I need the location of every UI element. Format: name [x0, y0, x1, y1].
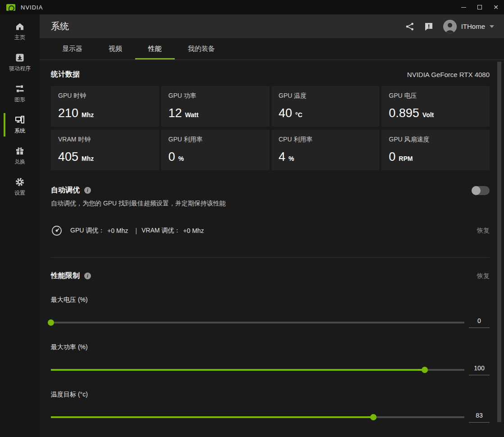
slider-fill [51, 416, 373, 418]
stat-label: GPU 温度 [279, 92, 372, 100]
stat-card-gpu-util: GPU 利用率 0% [161, 130, 269, 170]
gift-icon [15, 146, 25, 156]
stat-value: 0.895 [389, 106, 419, 120]
info-icon[interactable]: i [84, 273, 91, 279]
sidebar-item-graphics[interactable]: 图形 [0, 81, 40, 106]
gpu-tune-value: +0 Mhz [107, 227, 128, 234]
slider-track[interactable] [51, 416, 464, 418]
max-power-value[interactable]: 100 [469, 364, 490, 375]
slider-fill [51, 369, 425, 371]
slider-track[interactable] [51, 369, 464, 371]
performance-limits-restore-button[interactable]: 恢复 [477, 272, 490, 280]
sidebar-item-home[interactable]: 主页 [0, 19, 40, 44]
section-divider [51, 257, 490, 258]
stat-value: 0 [168, 150, 175, 164]
sidebar-item-label: 兑换 [14, 158, 25, 166]
stats-section-title: 统计数据 [51, 70, 80, 79]
tab-label: 我的装备 [188, 45, 215, 53]
info-icon[interactable]: i [84, 187, 91, 194]
stat-label: GPU 风扇速度 [389, 136, 482, 144]
sidebar-item-label: 主页 [14, 34, 25, 41]
auto-tune-toggle[interactable] [472, 186, 490, 195]
maximize-icon [477, 5, 482, 9]
max-voltage-value[interactable]: 0 [469, 317, 490, 328]
sidebar-item-system[interactable]: 系统 [0, 112, 40, 137]
stat-value: 210 [58, 106, 78, 120]
sidebar-item-redeem[interactable]: 兑换 [0, 143, 40, 168]
main-area: 系统 ITHome 显示器 视频 性能 [40, 14, 504, 437]
stat-unit: Mhz [82, 111, 94, 118]
stat-value: 0 [389, 150, 395, 164]
gauge-icon [51, 225, 63, 237]
auto-tune-title: 自动调优 [51, 186, 80, 195]
sidebar-item-drivers[interactable]: 驱动程序 [0, 50, 40, 75]
stat-label: CPU 利用率 [279, 136, 372, 144]
tab-label: 显示器 [62, 45, 82, 53]
stats-cards: GPU 时钟 210Mhz GPU 功率 12Watt GPU 温度 40°C … [51, 86, 490, 170]
auto-tune-section: 自动调优 i 自动调优，为您的 GPU 找到最佳超频设置，并定期保持该性能 GP… [51, 186, 490, 237]
stat-card-gpu-voltage: GPU 电压 0.895Volt [381, 86, 490, 127]
stat-label: VRAM 时钟 [58, 136, 152, 144]
page-title: 系统 [51, 20, 69, 32]
stat-label: GPU 功率 [168, 92, 262, 100]
system-icon [15, 115, 25, 125]
tab-label: 视频 [109, 45, 122, 53]
stat-unit: % [178, 155, 184, 162]
sidebar-item-settings[interactable]: 设置 [0, 174, 40, 200]
max-voltage-slider: 0 [51, 317, 490, 328]
stat-card-cpu-util: CPU 利用率 4% [272, 130, 380, 170]
stat-value: 40 [279, 106, 292, 120]
slider-track[interactable] [51, 322, 464, 323]
tab-performance[interactable]: 性能 [135, 38, 175, 59]
stat-card-gpu-fan: GPU 风扇速度 0RPM [381, 130, 490, 170]
tab-my-rig[interactable]: 我的装备 [175, 38, 228, 59]
sidebar: 主页 驱动程序 图形 系统 兑换 [0, 14, 40, 437]
slider-thumb[interactable] [370, 414, 377, 420]
sidebar-item-label: 图形 [14, 96, 25, 104]
sidebar-item-label: 系统 [14, 127, 25, 135]
tab-label: 性能 [148, 45, 162, 53]
feedback-icon[interactable] [424, 22, 433, 31]
home-icon [15, 22, 25, 32]
max-power-label: 最大功率 (%) [51, 343, 490, 351]
stat-unit: RPM [399, 155, 413, 162]
nvidia-logo-icon [6, 4, 15, 11]
user-menu[interactable]: ITHome [443, 20, 494, 33]
sidebar-item-label: 驱动程序 [9, 65, 31, 73]
tune-separator: | [136, 227, 137, 234]
max-voltage-label: 最大电压 (%) [51, 296, 490, 304]
slider-thumb[interactable] [48, 319, 54, 326]
slider-thumb[interactable] [422, 367, 428, 373]
brand-name: NVIDIA [21, 4, 43, 11]
close-button[interactable]: ✕ [488, 0, 504, 14]
chevron-down-icon [490, 25, 494, 28]
temp-target-value[interactable]: 83 [469, 412, 490, 423]
stat-unit: Volt [422, 111, 434, 118]
minimize-button[interactable] [455, 0, 472, 14]
temp-target-label: 温度目标 (°c) [51, 391, 490, 399]
stat-unit: % [289, 155, 294, 162]
max-power-slider: 100 [51, 364, 490, 375]
auto-tune-description: 自动调优，为您的 GPU 找到最佳超频设置，并定期保持该性能 [51, 200, 490, 208]
performance-limits-title: 性能限制 [51, 271, 80, 281]
stat-value: 405 [58, 150, 78, 164]
share-icon[interactable] [405, 22, 414, 31]
stat-card-gpu-temp: GPU 温度 40°C [272, 86, 380, 127]
scrollbar-thumb[interactable] [497, 62, 501, 422]
auto-tune-restore-button[interactable]: 恢复 [477, 227, 490, 235]
sliders-icon [15, 84, 25, 94]
stat-value: 4 [279, 150, 286, 164]
tab-display[interactable]: 显示器 [49, 38, 95, 59]
maximize-button[interactable] [472, 0, 488, 14]
close-icon: ✕ [493, 4, 499, 10]
stat-unit: °C [295, 111, 303, 118]
stat-label: GPU 电压 [389, 92, 482, 100]
toggle-knob [472, 186, 481, 195]
tab-video[interactable]: 视频 [95, 38, 135, 59]
vram-tune-label: VRAM 调优： [141, 227, 180, 235]
gpu-name: NVIDIA GeForce RTX 4080 [407, 71, 490, 78]
titlebar: NVIDIA ✕ [0, 0, 504, 14]
sidebar-item-label: 设置 [14, 189, 25, 197]
minimize-icon [461, 7, 466, 8]
stat-unit: Mhz [82, 155, 94, 162]
